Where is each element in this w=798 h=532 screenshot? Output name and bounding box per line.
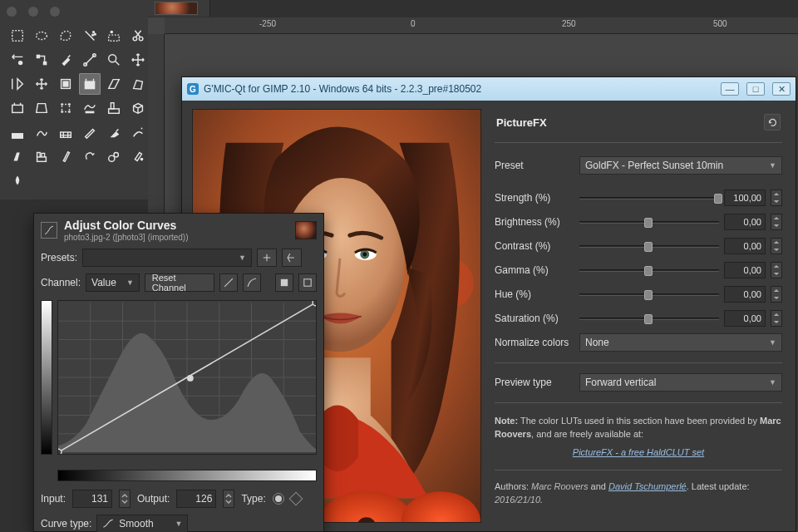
tool-handle-transform[interactable] xyxy=(31,97,52,119)
slider-track[interactable] xyxy=(579,240,719,252)
tool-perspective-clone[interactable] xyxy=(103,145,125,167)
reset-channel-button[interactable]: Reset Channel xyxy=(145,273,214,292)
gmic-author2-link[interactable]: David Tschumperlé xyxy=(608,481,687,491)
slider-spinner[interactable] xyxy=(771,238,782,254)
slider-spinner[interactable] xyxy=(771,310,782,327)
curve-view-button-2[interactable] xyxy=(298,273,317,292)
histogram-linear-button[interactable] xyxy=(219,273,238,292)
output-spinner[interactable] xyxy=(223,490,234,508)
slider-thumb[interactable] xyxy=(714,194,722,204)
input-value[interactable]: 131 xyxy=(72,490,112,508)
slider-track[interactable] xyxy=(579,264,719,276)
tool-crop[interactable] xyxy=(31,73,52,95)
output-value[interactable]: 126 xyxy=(176,490,216,508)
preset-select[interactable]: GoldFX - Perfect Sunset 10min▼ xyxy=(579,156,782,175)
slider-value[interactable]: 0,00 xyxy=(724,214,766,230)
slider-spinner[interactable] xyxy=(771,286,782,303)
tool-scissors[interactable] xyxy=(127,25,149,47)
tool-smudge[interactable] xyxy=(7,170,28,191)
slider-track[interactable] xyxy=(579,313,719,324)
slider-thumb[interactable] xyxy=(644,290,653,300)
tool-warp[interactable] xyxy=(103,97,125,119)
tool-zoom[interactable] xyxy=(103,49,125,71)
tool-blur[interactable] xyxy=(127,145,149,167)
slider-value[interactable]: 0,00 xyxy=(724,310,766,327)
channel-select[interactable]: Value▼ xyxy=(86,273,140,292)
param-slider-3: Gamma (%) 0,00 xyxy=(495,259,782,281)
param-slider-4: Hue (%) 0,00 xyxy=(495,283,782,305)
preview-type-select[interactable]: Forward vertical▼ xyxy=(579,373,782,392)
tool-heal[interactable] xyxy=(79,145,101,167)
curve-hgradient xyxy=(57,470,317,481)
curve-type-select[interactable]: Smooth ▼ xyxy=(96,515,188,532)
slider-spinner[interactable] xyxy=(771,262,782,278)
gmic-link[interactable]: PictureFX - a free HaldCLUT set xyxy=(573,447,704,457)
slider-label: Strength (%) xyxy=(495,192,574,204)
slider-track[interactable] xyxy=(579,288,719,300)
slider-spinner[interactable] xyxy=(771,190,782,206)
document-tab[interactable] xyxy=(148,0,210,17)
tool-clone[interactable] xyxy=(55,145,76,167)
curve-view-button-1[interactable] xyxy=(275,273,293,292)
window-maximize-button[interactable]: □ xyxy=(746,82,765,96)
tool-scale[interactable] xyxy=(79,73,101,95)
tool-rect-select[interactable] xyxy=(7,25,28,47)
preset-save-button[interactable] xyxy=(282,249,302,267)
document-thumb xyxy=(155,2,198,15)
tool-flip[interactable] xyxy=(55,97,76,119)
tool-measure[interactable] xyxy=(79,49,101,71)
tool-3d[interactable] xyxy=(127,97,149,119)
tool-paths[interactable] xyxy=(31,49,52,71)
svg-point-21 xyxy=(68,103,71,106)
input-spinner[interactable] xyxy=(119,490,131,508)
histogram-log-button[interactable] xyxy=(243,273,261,292)
slider-value[interactable]: 0,00 xyxy=(724,262,766,278)
param-slider-1: Brightness (%) 0,00 xyxy=(495,211,782,233)
curve-canvas[interactable] xyxy=(57,300,317,455)
slider-thumb[interactable] xyxy=(644,218,653,228)
presets-dropdown[interactable]: ▼ xyxy=(82,249,252,267)
tool-unified-transform[interactable] xyxy=(7,97,28,119)
slider-thumb[interactable] xyxy=(644,314,653,324)
point-type-smooth[interactable] xyxy=(273,493,284,505)
tool-ink[interactable] xyxy=(7,145,28,167)
curves-header[interactable]: Adjust Color Curves photo3.jpg-2 ([photo… xyxy=(34,214,323,245)
tool-align[interactable] xyxy=(7,73,28,95)
param-preset: Preset GoldFX - Perfect Sunset 10min▼ xyxy=(495,155,782,176)
gmic-titlebar[interactable]: G G'MIC-Qt for GIMP 2.10 - Windows 64 bi… xyxy=(182,77,796,101)
point-type-corner[interactable] xyxy=(288,492,303,506)
window-minimize-button[interactable]: — xyxy=(721,82,739,96)
tool-pencil[interactable] xyxy=(55,121,76,143)
slider-value[interactable]: 0,00 xyxy=(724,286,766,303)
tool-fuzzy-select[interactable] xyxy=(79,25,101,47)
tool-foreground-select[interactable] xyxy=(7,49,28,71)
tool-shear[interactable] xyxy=(103,73,125,95)
tool-perspective[interactable] xyxy=(127,73,149,95)
tool-mypaint[interactable] xyxy=(31,145,52,167)
param-normalize: Normalize colors None▼ xyxy=(495,332,782,353)
tool-bucket-fill[interactable] xyxy=(7,121,28,143)
slider-track[interactable] xyxy=(579,192,719,204)
tool-free-select[interactable] xyxy=(55,25,76,47)
tool-move[interactable] xyxy=(127,49,149,71)
slider-value[interactable]: 100,00 xyxy=(724,190,766,206)
tool-color-picker[interactable] xyxy=(55,49,76,71)
tool-airbrush[interactable] xyxy=(127,121,149,143)
svg-rect-5 xyxy=(109,35,120,41)
gmic-reload-button[interactable] xyxy=(764,114,781,131)
tool-by-color-select[interactable] xyxy=(103,25,125,47)
tool-gradient[interactable] xyxy=(31,121,52,143)
tool-eraser[interactable] xyxy=(103,121,125,143)
slider-track[interactable] xyxy=(579,216,719,228)
slider-value[interactable]: 0,00 xyxy=(724,238,766,254)
preset-add-button[interactable] xyxy=(257,249,277,267)
normalize-select[interactable]: None▼ xyxy=(579,333,782,352)
tool-rotate[interactable] xyxy=(55,73,76,95)
window-close-button[interactable]: ✕ xyxy=(772,82,791,96)
tool-ellipse-select[interactable] xyxy=(31,25,52,47)
slider-thumb[interactable] xyxy=(644,242,653,252)
slider-thumb[interactable] xyxy=(644,266,653,276)
slider-spinner[interactable] xyxy=(771,214,782,230)
tool-paintbrush[interactable] xyxy=(79,121,101,143)
tool-cage[interactable] xyxy=(79,97,101,119)
